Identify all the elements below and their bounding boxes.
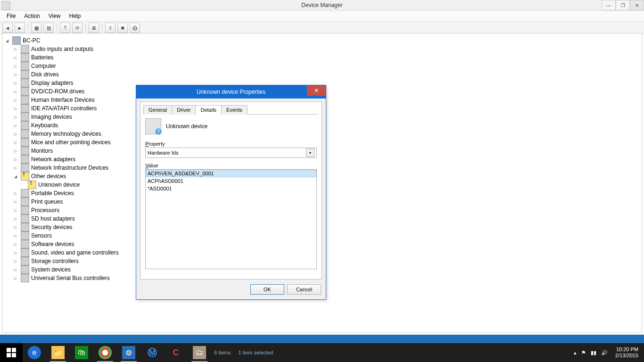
expander-icon[interactable]: ◢ [13, 174, 18, 179]
expander-icon[interactable]: ▷ [13, 123, 18, 128]
tray-network-icon[interactable]: ▮▮ [591, 350, 596, 356]
expander-icon[interactable]: ▷ [13, 191, 18, 196]
expander-icon[interactable]: ◢ [4, 38, 9, 43]
tree-node-label[interactable]: Software devices [31, 241, 74, 247]
maximize-button[interactable]: ❐ [616, 0, 630, 10]
tree-node-label[interactable]: Computer [31, 63, 56, 69]
tree-node-label[interactable]: Network adapters [31, 156, 75, 163]
expander-icon[interactable]: ▷ [13, 55, 18, 60]
tree-node-label[interactable]: Network Infrastructure Devices [31, 165, 108, 171]
tree-node-label[interactable]: Memory technology devices [31, 131, 101, 137]
properties-icon[interactable]: ▥ [43, 23, 54, 33]
minimize-button[interactable]: — [602, 0, 616, 10]
dialog-close-button[interactable]: ✕ [307, 85, 326, 96]
tree-node-label[interactable]: Sensors [31, 232, 52, 239]
tree-node-label[interactable]: Print queues [31, 198, 63, 205]
expander-icon[interactable]: ▷ [13, 276, 18, 281]
tree-node[interactable]: ▷Batteries [4, 53, 640, 62]
expander-icon[interactable]: ▷ [13, 199, 18, 205]
taskbar-store[interactable]: 🛍 [70, 343, 93, 362]
tree-node-other[interactable]: Other devices [31, 173, 66, 180]
tab-details[interactable]: Details [195, 105, 222, 115]
expander-icon[interactable]: ▷ [13, 242, 18, 247]
back-icon[interactable]: ◄ [2, 23, 13, 33]
tree-node-label[interactable]: Monitors [31, 148, 53, 154]
tree-node[interactable]: ▷Audio inputs and outputs [4, 45, 640, 53]
refresh-icon[interactable]: ⟳ [72, 23, 83, 33]
show-hidden-icon[interactable]: ▦ [31, 23, 41, 33]
tray-chevron-icon[interactable]: ▴ [574, 350, 577, 356]
expander-icon[interactable]: ▷ [13, 72, 18, 77]
property-select[interactable]: Hardware Ids ▾ [145, 148, 317, 158]
taskbar-malwarebytes[interactable]: Ⓜ [140, 343, 164, 362]
ok-button[interactable]: OK [250, 284, 284, 295]
tree-node-label[interactable]: Sound, video and game controllers [31, 249, 118, 256]
taskbar-ie[interactable]: e [23, 343, 46, 362]
help-icon[interactable]: ? [60, 23, 70, 33]
expander-icon[interactable]: ▷ [13, 165, 18, 171]
tree-node-label[interactable]: Storage controllers [31, 258, 79, 264]
tree-node-label[interactable]: Display adapters [31, 80, 73, 86]
cancel-button[interactable]: Cancel [287, 284, 321, 295]
tree-node-label[interactable]: Audio inputs and outputs [31, 46, 93, 52]
value-listbox[interactable]: ACPI\VEN_ASD&DEV_0001 ACPI\ASD0001 *ASD0… [145, 169, 317, 269]
forward-icon[interactable]: ► [15, 23, 25, 33]
tree-node[interactable]: ▷Computer [4, 62, 640, 70]
tree-node-label[interactable]: System devices [31, 266, 71, 273]
expander-icon[interactable]: ▷ [13, 132, 18, 137]
expander-icon[interactable]: ▷ [13, 115, 18, 120]
disable-icon[interactable]: ⏻ [130, 23, 140, 33]
expander-icon[interactable]: ▷ [13, 106, 18, 111]
expander-icon[interactable]: ▷ [13, 208, 18, 213]
tree-node-label[interactable]: Keyboards [31, 122, 58, 129]
taskbar-chrome[interactable] [93, 343, 117, 362]
taskbar-clock[interactable]: 10:20 PM 2/13/2015 [612, 346, 641, 359]
expander-icon[interactable]: ▷ [13, 89, 18, 94]
expander-icon[interactable]: ▷ [13, 140, 18, 145]
dialog-titlebar[interactable]: Unknown device Properties ✕ [136, 85, 326, 99]
list-item[interactable]: ACPI\ASD0001 [146, 177, 316, 185]
taskbar-ccleaner[interactable]: C [164, 343, 188, 362]
tree-node-unknown[interactable]: Unknown device [38, 181, 80, 188]
uninstall-icon[interactable]: ✖ [117, 23, 128, 33]
tab-general[interactable]: General [143, 105, 172, 115]
tree-node-label[interactable]: Disk drives [31, 71, 59, 78]
tree-node-label[interactable]: DVD/CD-ROM drives [31, 88, 84, 95]
tree-node-label[interactable]: Processors [31, 207, 59, 214]
tree-node-label[interactable]: Human Interface Devices [31, 97, 95, 103]
tree-node-label[interactable]: IDE ATA/ATAPI controllers [31, 105, 97, 112]
start-button[interactable] [0, 343, 23, 362]
expander-icon[interactable]: ▷ [13, 64, 18, 69]
expander-icon[interactable]: ▷ [13, 233, 18, 239]
tree-node-label[interactable]: Security devices [31, 224, 72, 230]
list-item[interactable]: ACPI\VEN_ASD&DEV_0001 [146, 170, 316, 177]
menu-file[interactable]: File [3, 12, 19, 20]
expander-icon[interactable]: ▷ [13, 267, 18, 272]
tab-events[interactable]: Events [221, 105, 248, 115]
tray-flag-icon[interactable]: ⚑ [581, 350, 586, 356]
taskbar[interactable]: e 📁 🛍 ⚙ Ⓜ C 🗂 8 items 1 item selected ▴ … [0, 343, 644, 362]
expander-icon[interactable]: ▷ [13, 98, 18, 103]
expander-icon[interactable]: ▷ [13, 81, 18, 86]
tree-node-label[interactable]: Batteries [31, 54, 53, 61]
menu-help[interactable]: Help [66, 12, 85, 20]
system-tray[interactable]: ▴ ⚑ ▮▮ 🔊 10:20 PM 2/13/2015 [571, 343, 644, 362]
tree-node-label[interactable]: Portable Devices [31, 190, 74, 197]
taskbar-control-panel[interactable]: ⚙ [117, 343, 140, 362]
tree-node-label[interactable]: Mice and other pointing devices [31, 139, 111, 146]
tree-node-label[interactable]: Universal Serial Bus controllers [31, 275, 110, 281]
expander-icon[interactable]: ▷ [13, 250, 18, 255]
tree-node-label[interactable]: SD host adapters [31, 215, 75, 222]
expander-icon[interactable]: ▷ [13, 148, 18, 154]
tree-node[interactable]: ▷Disk drives [4, 70, 640, 79]
menu-action[interactable]: Action [20, 12, 43, 20]
expander-icon[interactable]: ▷ [13, 157, 18, 162]
menu-view[interactable]: View [45, 12, 65, 20]
scan-icon[interactable]: 🖥 [89, 23, 99, 33]
taskbar-folder[interactable]: 🗂 [188, 343, 211, 362]
expander-icon[interactable]: ▷ [13, 216, 18, 222]
tree-node-label[interactable]: Imaging devices [31, 114, 72, 120]
update-driver-icon[interactable]: ⇧ [105, 23, 116, 33]
chevron-down-icon[interactable]: ▾ [306, 148, 314, 157]
expander-icon[interactable]: ▷ [13, 225, 18, 230]
